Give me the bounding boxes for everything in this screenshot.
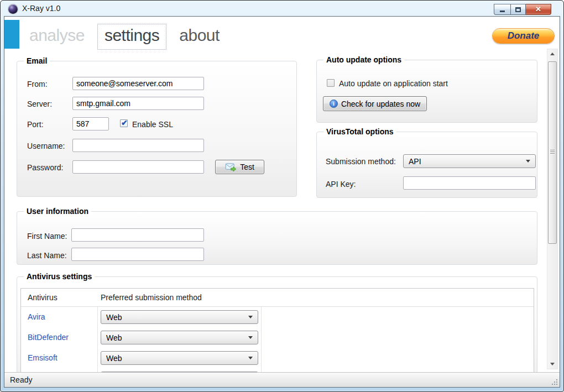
close-button[interactable]: ✕	[526, 4, 551, 15]
last-name-input[interactable]	[71, 248, 204, 261]
scroll-down-button[interactable]	[547, 359, 557, 369]
antivirus-settings-group-legend: Antivirus settings	[24, 272, 95, 281]
submission-method-dropdown[interactable]: API	[403, 154, 536, 168]
check-updates-button[interactable]: i Check for updates now	[323, 96, 427, 111]
method-value: Web	[106, 354, 122, 363]
auto-update-group-legend: Auto update options	[323, 55, 404, 64]
content-area: analyse settings about Donate Email From…	[4, 17, 560, 372]
test-button[interactable]: Test	[215, 160, 264, 174]
auto-update-checkbox-label: Auto update on application start	[339, 79, 448, 88]
chevron-down-icon	[248, 316, 253, 318]
enable-ssl-label: Enable SSL	[132, 120, 173, 129]
status-text: Ready	[10, 373, 32, 387]
test-button-label: Test	[240, 163, 254, 171]
submission-method-label: Submission method:	[326, 157, 396, 166]
enable-ssl-checkbox[interactable]	[120, 119, 128, 127]
method-value: Web	[106, 313, 122, 322]
tab-bar: analyse settings about	[22, 23, 227, 50]
tab-analyse[interactable]: analyse	[22, 24, 92, 50]
brand-accent-square	[4, 20, 19, 49]
table-row: Emsisoft Web	[21, 348, 534, 368]
donate-button[interactable]: Donate	[492, 28, 555, 44]
antivirus-table: Antivirus Preferred submission method Av…	[20, 288, 534, 372]
info-icon: i	[330, 100, 338, 108]
arrow-up-icon	[550, 53, 555, 55]
chevron-down-icon	[526, 160, 530, 163]
method-dropdown[interactable]: Web	[101, 310, 258, 324]
email-group: Email From: Server: Port: Enable SSL Use…	[17, 61, 297, 197]
tab-settings[interactable]: settings	[97, 24, 166, 50]
table-row: Avira Web	[21, 307, 534, 327]
antivirus-name: Emsisoft	[28, 348, 58, 368]
email-group-legend: Email	[24, 56, 50, 65]
column-header-method: Preferred submission method	[101, 289, 202, 307]
column-header-antivirus: Antivirus	[28, 289, 58, 307]
app-window: X-Ray v1.0 ✕ analyse settings about Dona…	[0, 0, 564, 392]
auto-update-checkbox[interactable]	[327, 79, 335, 87]
chevron-down-icon	[248, 357, 253, 359]
table-row: BitDefender Web	[21, 327, 534, 348]
api-key-input[interactable]	[403, 176, 536, 190]
from-input[interactable]	[72, 77, 204, 90]
vertical-scrollbar[interactable]	[547, 49, 558, 369]
resize-grip-icon[interactable]	[551, 379, 558, 386]
port-label: Port:	[27, 120, 44, 129]
last-name-label: Last Name:	[27, 251, 67, 260]
antivirus-settings-group: Antivirus settings Antivirus Preferred s…	[17, 276, 537, 372]
scroll-up-button[interactable]	[547, 49, 557, 59]
submission-method-value: API	[409, 157, 421, 166]
api-key-label: API Key:	[326, 180, 356, 189]
maximize-button[interactable]	[510, 4, 526, 15]
antivirus-name: BitDefender	[28, 327, 69, 348]
window-controls: ✕	[494, 4, 551, 15]
method-dropdown[interactable]: Web	[101, 331, 258, 344]
client-area: analyse settings about Donate Email From…	[4, 17, 560, 387]
from-label: From:	[27, 80, 48, 88]
title-bar[interactable]: X-Ray v1.0 ✕	[1, 1, 563, 17]
minimize-button[interactable]	[494, 4, 510, 15]
window-title: X-Ray v1.0	[22, 4, 60, 13]
mail-send-icon	[225, 163, 237, 171]
scrollbar-grip-icon	[550, 150, 555, 155]
antivirus-name: eTrust-Vet	[28, 368, 63, 372]
antivirus-table-header: Antivirus Preferred submission method	[21, 289, 534, 307]
minimize-icon	[500, 11, 505, 12]
scrollbar-thumb[interactable]	[548, 61, 557, 244]
password-label: Password:	[27, 163, 63, 172]
chevron-down-icon	[248, 336, 253, 339]
antivirus-name: Avira	[28, 307, 45, 327]
user-information-group: User information First Name: Last Name:	[17, 211, 537, 265]
password-input[interactable]	[72, 160, 204, 174]
method-dropdown[interactable]: Web	[101, 351, 258, 365]
tab-about[interactable]: about	[172, 24, 227, 50]
close-icon: ✕	[535, 4, 541, 14]
username-label: Username:	[27, 142, 65, 150]
username-input[interactable]	[72, 139, 204, 152]
table-row: eTrust-Vet Web	[21, 368, 534, 372]
first-name-input[interactable]	[71, 228, 204, 242]
method-value: Web	[106, 333, 122, 342]
maximize-icon	[515, 7, 521, 12]
user-information-group-legend: User information	[24, 207, 91, 216]
status-bar: Ready	[4, 372, 560, 387]
virustotal-group: VirusTotal options Submission method: AP…	[316, 132, 537, 198]
app-orb-icon	[8, 4, 18, 14]
first-name-label: First Name:	[27, 232, 67, 241]
arrow-down-icon	[550, 363, 555, 365]
server-input[interactable]	[72, 97, 204, 110]
port-input[interactable]	[72, 117, 109, 130]
check-updates-button-label: Check for updates now	[341, 100, 420, 108]
auto-update-group: Auto update options Auto update on appli…	[316, 60, 537, 123]
virustotal-group-legend: VirusTotal options	[323, 127, 396, 136]
server-label: Server:	[27, 100, 52, 108]
